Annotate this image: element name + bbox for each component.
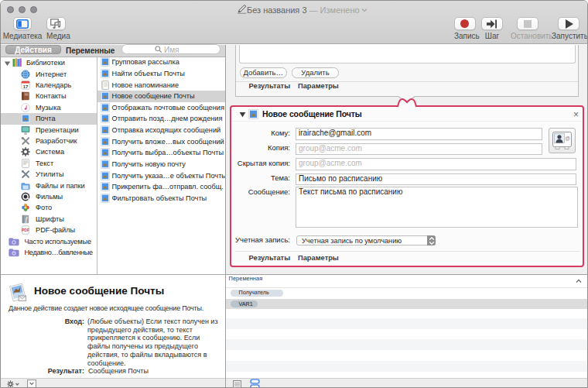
svg-text:@: @ [565,136,570,141]
svg-text:PDF: PDF [22,228,29,233]
svg-text:17: 17 [23,84,29,89]
